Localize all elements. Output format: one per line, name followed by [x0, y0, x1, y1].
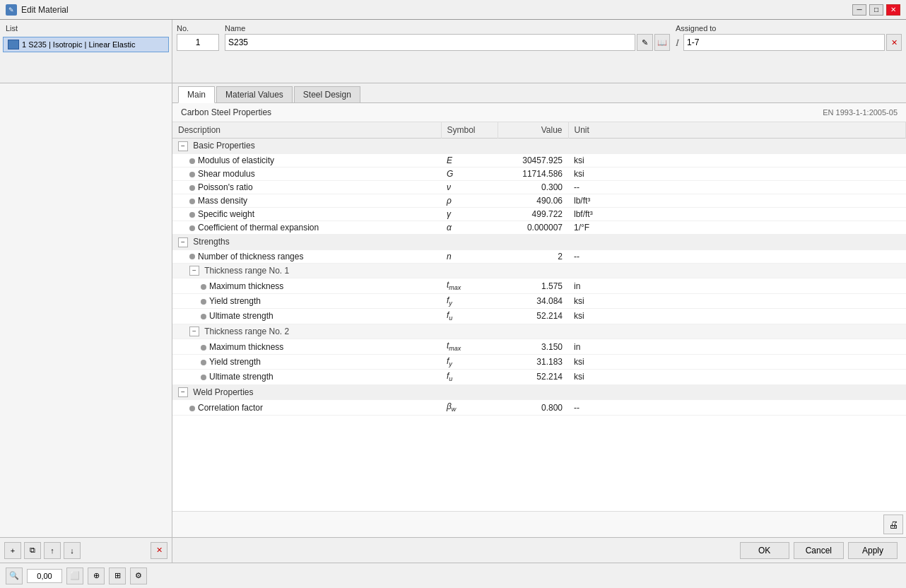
- prop-symbol: tmax: [441, 278, 498, 293]
- snap-button[interactable]: ⊞: [109, 568, 126, 584]
- print-button[interactable]: 🖨: [883, 514, 903, 534]
- section-standard: EN 1993-1-1:2005-05: [823, 108, 898, 117]
- prop-unit: ksi: [568, 167, 906, 180]
- group-basic-label: Basic Properties: [193, 141, 254, 151]
- coord-input[interactable]: [27, 569, 62, 583]
- assigned-icon: 𝐼: [676, 37, 679, 49]
- prop-symbol: βw: [441, 400, 498, 415]
- move-down-button[interactable]: ↓: [64, 542, 81, 559]
- properties-scroll[interactable]: Description Symbol Value Unit − Basic Pr…: [172, 122, 906, 511]
- prop-symbol: γ: [441, 207, 498, 220]
- prop-value: 52.214: [498, 309, 568, 324]
- prop-desc: Specific weight: [172, 207, 441, 220]
- table-row: Maximum thickness tmax 1.575 in: [172, 278, 906, 293]
- prop-symbol: E: [441, 153, 498, 167]
- col-unit: Unit: [568, 122, 906, 139]
- subgroup-thickness1-label: Thickness range No. 1: [204, 266, 289, 276]
- section-title: Carbon Steel Properties: [181, 107, 271, 117]
- prop-desc: Mass density: [172, 194, 441, 207]
- prop-unit: in: [568, 278, 906, 293]
- settings-button[interactable]: ⚙: [130, 568, 147, 584]
- prop-symbol: fu: [441, 370, 498, 384]
- assigned-group: Assigned to 𝐼 ✕: [676, 24, 902, 51]
- sidebar-content: [0, 83, 172, 537]
- table-row: Maximum thickness tmax 3.150 in: [172, 339, 906, 354]
- assigned-label: Assigned to: [676, 24, 902, 33]
- clear-assigned-button[interactable]: ✕: [886, 34, 902, 51]
- prop-desc: Correlation factor: [172, 400, 441, 415]
- cancel-button[interactable]: Cancel: [794, 542, 844, 559]
- apply-button[interactable]: Apply: [848, 542, 898, 559]
- prop-symbol: fy: [441, 354, 498, 369]
- prop-value: 0.300: [498, 180, 568, 194]
- prop-symbol: ρ: [441, 194, 498, 207]
- group-weld-properties: − Weld Properties: [172, 384, 906, 400]
- list-item[interactable]: 1 S235 | Isotropic | Linear Elastic: [3, 37, 169, 52]
- prop-unit: lbf/ft³: [568, 207, 906, 220]
- prop-desc: Yield strength: [172, 293, 441, 308]
- search-status-button[interactable]: 🔍: [6, 568, 23, 584]
- prop-desc: Maximum thickness: [172, 339, 441, 354]
- prop-value: 2: [498, 249, 568, 263]
- group-strengths: − Strengths: [172, 234, 906, 249]
- expand-weld-icon[interactable]: −: [178, 387, 188, 397]
- prop-value: 1.575: [498, 278, 568, 293]
- node-button[interactable]: ⊕: [88, 568, 105, 584]
- expand-strengths-icon[interactable]: −: [178, 237, 188, 247]
- copy-button[interactable]: ⧉: [24, 542, 41, 559]
- prop-unit: ksi: [568, 354, 906, 369]
- table-row: Ultimate strength fu 52.214 ksi: [172, 370, 906, 384]
- tab-steel-design[interactable]: Steel Design: [294, 86, 360, 102]
- browse-name-button[interactable]: 📖: [654, 34, 670, 51]
- title-text: Edit Material: [21, 5, 69, 15]
- expand-thickness1-icon[interactable]: −: [189, 266, 199, 276]
- ok-button[interactable]: OK: [740, 542, 789, 559]
- expand-basic-icon[interactable]: −: [178, 141, 188, 151]
- no-group: No.: [177, 24, 219, 51]
- move-up-button[interactable]: ↑: [44, 542, 61, 559]
- subgroup-thickness2-label: Thickness range No. 2: [204, 327, 289, 336]
- table-row: Coefficient of thermal expansion α 0.000…: [172, 220, 906, 234]
- select-mode-button[interactable]: ⬜: [66, 568, 83, 584]
- prop-value: 11714.586: [498, 167, 568, 180]
- table-row: Ultimate strength fu 52.214 ksi: [172, 309, 906, 324]
- prop-desc: Poisson's ratio: [172, 180, 441, 194]
- no-label: No.: [177, 24, 219, 33]
- group-strengths-label: Strengths: [193, 237, 229, 247]
- close-button[interactable]: ✕: [886, 4, 900, 16]
- title-bar: ✎ Edit Material ─ □ ✕: [0, 0, 906, 20]
- col-value: Value: [498, 122, 568, 139]
- minimize-button[interactable]: ─: [852, 4, 866, 16]
- content-footer: 🖨: [172, 511, 906, 537]
- sidebar: + ⧉ ↑ ↓ ✕: [0, 83, 172, 563]
- maximize-button[interactable]: □: [869, 4, 883, 16]
- edit-name-button[interactable]: ✎: [637, 34, 652, 51]
- sidebar-toolbar: + ⧉ ↑ ↓ ✕: [0, 537, 172, 563]
- prop-value: 34.084: [498, 293, 568, 308]
- table-row: Number of thickness ranges n 2 --: [172, 249, 906, 263]
- name-input[interactable]: [225, 34, 635, 51]
- prop-value: 30457.925: [498, 153, 568, 167]
- prop-desc: Shear modulus: [172, 167, 441, 180]
- prop-desc: Yield strength: [172, 354, 441, 369]
- prop-unit: lb/ft³: [568, 194, 906, 207]
- prop-symbol: α: [441, 220, 498, 234]
- no-input[interactable]: [177, 34, 219, 51]
- table-row: Shear modulus G 11714.586 ksi: [172, 167, 906, 180]
- tab-main[interactable]: Main: [178, 86, 215, 103]
- tab-material-values[interactable]: Material Values: [216, 86, 293, 102]
- expand-thickness2-icon[interactable]: −: [189, 327, 199, 336]
- prop-desc: Ultimate strength: [172, 309, 441, 324]
- prop-unit: 1/°F: [568, 220, 906, 234]
- list-panel: List 1 S235 | Isotropic | Linear Elastic: [0, 20, 172, 83]
- prop-value: 3.150: [498, 339, 568, 354]
- list-item-text: 1 S235 | Isotropic | Linear Elastic: [22, 40, 135, 49]
- delete-button[interactable]: ✕: [151, 542, 167, 559]
- table-row: Mass density ρ 490.06 lb/ft³: [172, 194, 906, 207]
- add-button[interactable]: +: [4, 542, 21, 559]
- app-icon: ✎: [6, 4, 17, 16]
- prop-unit: ksi: [568, 370, 906, 384]
- assigned-input[interactable]: [683, 34, 885, 51]
- prop-value: 499.722: [498, 207, 568, 220]
- prop-unit: ksi: [568, 153, 906, 167]
